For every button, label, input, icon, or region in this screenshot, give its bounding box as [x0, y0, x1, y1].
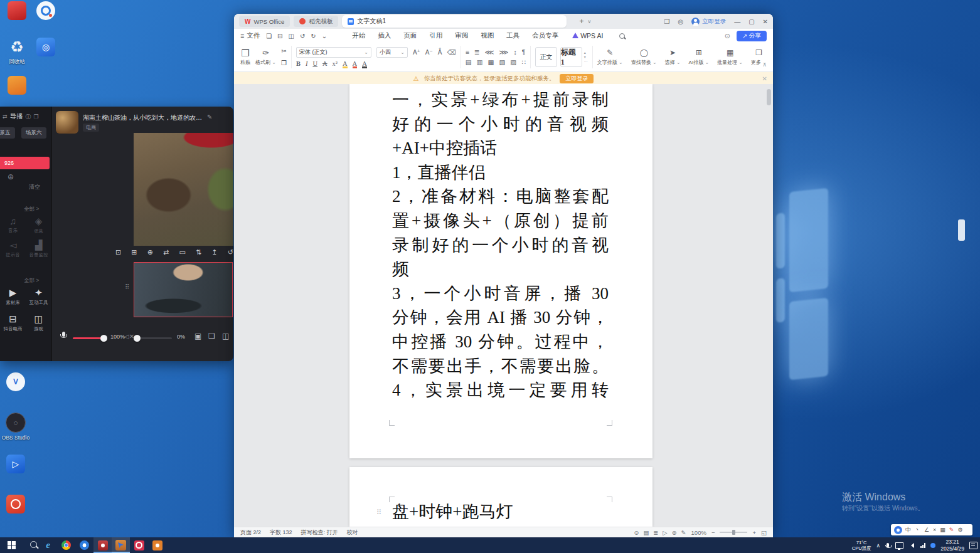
document-line[interactable]: 中控播 30 分钟。过程中， [392, 330, 609, 354]
app-icon[interactable]: V [6, 372, 25, 391]
app-icon[interactable]: ◌ [6, 413, 26, 433]
add-scene-icon[interactable]: ⊕ [8, 172, 14, 181]
speaker-volume-slider[interactable] [137, 337, 172, 339]
window-capture-icon[interactable]: ❏ [208, 332, 215, 340]
speaker-volume-knob[interactable] [134, 335, 141, 342]
app-icon[interactable]: ♻ [8, 38, 26, 56]
main-video-preview[interactable] [134, 133, 233, 246]
app-icon[interactable] [6, 495, 25, 514]
desktop-icon[interactable] [3, 76, 31, 102]
screen-capture-icon[interactable]: ▣ [194, 332, 201, 340]
globe-icon[interactable]: ◎ [678, 18, 683, 25]
font-size-select[interactable]: 小四⌄ [376, 47, 408, 58]
format-button[interactable]: U [312, 60, 317, 67]
live-tool-item[interactable]: ▟ 音量监控 [26, 240, 51, 258]
desktop-icon[interactable]: ▷ [1, 455, 30, 481]
paragraph-button[interactable]: ≣ [474, 48, 480, 56]
mic-icon[interactable] [62, 332, 65, 337]
view-mode-icon[interactable]: ▤ [643, 529, 649, 536]
document-page-1[interactable]: 一，实景+绿布+提前录制好的一个小时的音视频+AI+中控插话1，直播伴侣2，准备… [349, 84, 652, 458]
login-button[interactable]: 立即登录 [691, 18, 726, 26]
format-button[interactable]: x² [333, 60, 338, 67]
paragraph-button[interactable]: ▨ [510, 58, 516, 66]
quick-icon[interactable]: ◫ [289, 33, 294, 40]
status-item[interactable]: 页面 2/2 [240, 529, 261, 537]
section-all-2[interactable]: 全部 > [24, 277, 39, 285]
ribbon-tool[interactable]: ➤ 选择 [665, 49, 681, 66]
status-item[interactable]: 校对 [347, 529, 358, 537]
taskbar-clock[interactable]: 23:21 2025/4/29 [940, 539, 964, 552]
paragraph-button[interactable]: ▥ [477, 58, 483, 66]
format-button[interactable]: A [353, 60, 358, 67]
app-icon[interactable] [8, 76, 26, 95]
paragraph-drag-handle[interactable]: ⠿ [376, 508, 381, 517]
font-fx-icon[interactable]: A⁺ [413, 49, 420, 56]
preview-tool-icon[interactable]: ↺ [228, 248, 233, 256]
document-page-2[interactable]: ⠿ 盘+时钟+跑马灯 [349, 467, 652, 527]
quick-icon[interactable]: ↺ [300, 33, 305, 40]
app-icon[interactable] [36, 1, 55, 20]
status-item[interactable]: 拼写检查: 打开 [301, 529, 338, 537]
desktop-icon[interactable]: ◎ [31, 38, 60, 66]
format-button[interactable]: B [296, 60, 301, 67]
style-normal[interactable]: 正文 [535, 47, 557, 67]
desktop-icon[interactable]: V [1, 372, 30, 399]
preview-tool-icon[interactable]: ⇅ [196, 248, 201, 256]
ime-icon[interactable]: × [933, 527, 936, 533]
menu-item[interactable]: 页面 [397, 30, 423, 41]
taskbar-app[interactable]: e [39, 537, 57, 553]
format-button[interactable]: I [306, 60, 308, 67]
paragraph-button[interactable]: ≡ [466, 48, 469, 56]
font-fx-icon[interactable]: A̐ [438, 49, 442, 56]
collapse-ribbon-icon[interactable]: ∧ [762, 61, 767, 68]
paragraph-button[interactable]: ¶ [522, 48, 526, 56]
taskbar-app[interactable] [112, 537, 130, 553]
tray-mic-icon[interactable] [887, 543, 889, 547]
status-item[interactable]: 字数 132 [270, 529, 292, 537]
paragraph-button[interactable]: ▦ [487, 58, 494, 66]
document-line[interactable]: 盘+时钟+跑马灯 [392, 500, 609, 524]
live-tool-item[interactable]: ◅ 提示音 [0, 240, 26, 258]
live-tool-item[interactable]: ◫ 游戏 [26, 313, 51, 332]
ribbon-tool[interactable]: ⊞ AI排版 [689, 49, 710, 66]
document-line[interactable]: 1，直播伴侣 [392, 161, 609, 185]
quick-icon[interactable]: ❏ [266, 33, 272, 40]
font-name-select[interactable]: 宋体 (正文)⌄ [296, 47, 371, 58]
document-line[interactable]: 录制好的一个小时的音视 [392, 233, 609, 258]
menu-item[interactable]: 视图 [474, 30, 500, 41]
multi-window-icon[interactable]: ❐ [664, 18, 669, 25]
app-icon[interactable]: ◎ [36, 38, 55, 56]
live-tool-item[interactable]: ♫ 音乐 [0, 216, 26, 234]
preview-tool-icon[interactable]: ⊞ [131, 248, 137, 256]
menu-item[interactable]: 插入 [371, 30, 397, 41]
format-painter-button[interactable]: ✑ 格式刷 [255, 49, 276, 66]
mic-volume-knob[interactable] [100, 335, 107, 342]
format-button[interactable]: A [322, 60, 328, 67]
ime-icon[interactable]: 丶 [915, 526, 920, 534]
ime-icon[interactable]: ⚙ [957, 527, 962, 533]
document-line[interactable]: 好的一个小时的音视频 [392, 112, 609, 137]
ime-logo[interactable] [894, 526, 902, 534]
ime-icon[interactable]: 中 [905, 526, 911, 534]
share-button[interactable]: ↗ 分享 [737, 31, 767, 41]
login-now-button[interactable]: 立即登录 [560, 74, 594, 83]
preview-tool-icon[interactable]: ↥ [211, 248, 217, 256]
document-line[interactable]: 不需要出手，不需要出脸。 [392, 354, 609, 379]
stepper-arrow[interactable]: ⋯ [584, 60, 588, 63]
live-tool-item[interactable]: ⊟ 抖音电商 [0, 313, 26, 332]
new-tab-button[interactable]: + [579, 17, 583, 26]
document-line[interactable]: 一，实景+绿布+提前录制 [392, 88, 609, 112]
app-icon[interactable]: ▷ [6, 455, 25, 473]
tab-list-dropdown[interactable]: ∨ [587, 19, 591, 24]
file-menu[interactable]: ≡ 文件 [240, 31, 260, 40]
cut-icon[interactable]: ✂ [281, 47, 286, 55]
source-drag-handle[interactable]: ⠿ [125, 283, 129, 290]
view-mode-icon[interactable]: ⊜ [672, 529, 677, 536]
tray-speaker-icon[interactable] [908, 543, 914, 548]
taskbar-app[interactable] [93, 537, 112, 553]
action-center-icon[interactable] [969, 542, 977, 549]
tray-app-icon[interactable] [930, 543, 935, 548]
paragraph-button[interactable]: ▤ [466, 58, 472, 66]
tab-docer[interactable]: 稻壳模板 [294, 16, 338, 27]
preview-eye-icon[interactable]: ⊙ [725, 32, 730, 40]
